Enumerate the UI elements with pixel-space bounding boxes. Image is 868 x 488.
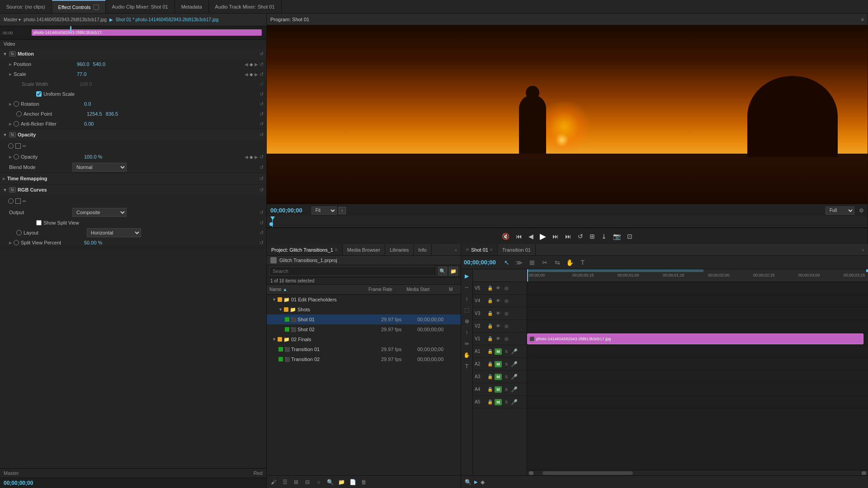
project-tab-menu[interactable]: ≡ xyxy=(335,247,338,252)
v5-lock[interactable]: 🔒 xyxy=(486,285,494,292)
layout-dropdown[interactable]: Horizontal Vertical xyxy=(87,228,141,237)
search-input[interactable] xyxy=(269,267,436,276)
v1-eye[interactable]: 👁 xyxy=(495,335,502,343)
project-tab-media[interactable]: Media Browser xyxy=(343,244,385,255)
effect-list[interactable]: ▼ fx Motion ↺ ▶ Position 960.0 540.0 ◀ ◆ xyxy=(0,48,266,468)
tab-effect-controls-menu[interactable] xyxy=(94,5,99,10)
anchor-y[interactable]: 836.5 xyxy=(106,111,118,117)
opacity-val[interactable]: 100.0 % xyxy=(84,154,102,160)
uniform-scale-checkbox[interactable] xyxy=(36,91,42,97)
anti-flicker-value[interactable]: 0.00 xyxy=(84,121,94,127)
scale-value[interactable]: 77.0 xyxy=(77,71,86,77)
v4-eye[interactable]: 👁 xyxy=(495,297,502,305)
tab-audio-clip-mixer[interactable]: Audio Clip Mixer: Shot 01 xyxy=(106,0,175,13)
scale-width-reset[interactable]: ↺ xyxy=(259,81,264,87)
col-name-header[interactable]: Name ▲ xyxy=(269,287,367,292)
a4-m-btn[interactable]: M xyxy=(495,386,502,393)
timeline-tab-transition01[interactable]: Transition 01 xyxy=(498,244,536,255)
opacity-add-key[interactable]: ◆ xyxy=(250,155,253,160)
v5-eye[interactable]: 👁 xyxy=(495,285,502,292)
monitor-menu-icon[interactable]: ≡ xyxy=(861,17,864,22)
show-split-reset[interactable]: ↺ xyxy=(259,220,264,226)
v4-lock[interactable]: 🔒 xyxy=(486,297,494,305)
position-reset[interactable]: ↺ xyxy=(259,61,264,67)
project-panel-menu[interactable]: » xyxy=(451,244,461,255)
rgb-curves-header[interactable]: ▼ fx RGB Curves ↺ xyxy=(0,184,266,195)
step-out-btn[interactable]: ⏭ xyxy=(563,232,573,241)
split-view-expand[interactable]: ▶ xyxy=(9,241,12,245)
v4-eye2[interactable]: ◎ xyxy=(503,297,510,305)
a4-lock[interactable]: 🔒 xyxy=(486,386,494,393)
new-bin-btn[interactable]: 📁 xyxy=(336,477,346,487)
opacity-next-key[interactable]: ▶ xyxy=(255,155,258,160)
tl-left-type-btn[interactable]: T xyxy=(462,361,472,371)
anti-flicker-reset[interactable]: ↺ xyxy=(259,121,264,127)
tl-select-tool[interactable]: ↖ xyxy=(501,257,512,268)
tl-zoom-out-btn[interactable]: 🔍 xyxy=(464,478,472,486)
list-view-btn[interactable]: ☰ xyxy=(280,477,290,487)
project-tab-libraries[interactable]: Libraries xyxy=(385,244,414,255)
opacity-header[interactable]: ▼ fx Opacity ↺ xyxy=(0,129,266,140)
time-remapping-reset[interactable]: ↺ xyxy=(259,176,264,182)
tl-left-hand-btn[interactable]: ✋ xyxy=(462,350,472,360)
full-select[interactable]: Full Half Quarter xyxy=(826,206,854,215)
rotation-expand[interactable]: ▶ xyxy=(9,102,12,106)
edit-placeholders-toggle[interactable]: ▼ xyxy=(272,297,276,302)
tl-left-extract-btn[interactable]: ✏ xyxy=(462,339,472,349)
settings-icon[interactable]: ⚙ xyxy=(859,207,864,214)
a2-s-btn[interactable]: S xyxy=(503,361,510,368)
project-tab-project[interactable]: Project: Glitch Transitions_1 ≡ xyxy=(267,244,343,255)
tl-left-link-btn[interactable]: ⬚ xyxy=(462,305,472,315)
item-transition-02[interactable]: ⬛ Transition 02 29.97 fps 00;00;00;00 xyxy=(267,354,461,364)
folder-shots[interactable]: ▼ 📁 Shots xyxy=(267,305,461,314)
a2-lock[interactable]: 🔒 xyxy=(486,361,494,368)
tab-effect-controls[interactable]: Effect Controls xyxy=(52,0,106,13)
a3-s-btn[interactable]: S xyxy=(503,373,510,380)
step-in-btn[interactable]: ⏮ xyxy=(514,232,524,241)
v2-eye2[interactable]: ◎ xyxy=(503,323,510,330)
item-transition-01[interactable]: ⬛ Transition 01 29.97 fps 00;00;00;00 xyxy=(267,344,461,354)
v2-eye[interactable]: 👁 xyxy=(495,323,502,330)
v3-eye[interactable]: 👁 xyxy=(495,310,502,317)
export-btn[interactable]: ⤓ xyxy=(599,232,609,241)
shots-toggle[interactable]: ▼ xyxy=(278,307,283,312)
safe-btn[interactable]: ⊞ xyxy=(588,232,597,241)
a3-lock[interactable]: 🔒 xyxy=(486,373,494,380)
output-dropdown[interactable]: Composite Luma Red Green Blue xyxy=(72,208,127,217)
a3-m-btn[interactable]: M xyxy=(495,374,502,380)
scale-reset[interactable]: ↺ xyxy=(259,71,264,77)
tl-left-expand-btn[interactable]: ↕ xyxy=(462,294,472,304)
v1-lock[interactable]: 🔒 xyxy=(486,335,494,343)
blend-mode-dropdown[interactable]: Normal Dissolve Darken Multiply Lighten … xyxy=(72,163,127,172)
project-tab-info[interactable]: Info xyxy=(414,244,431,255)
v3-lock[interactable]: 🔒 xyxy=(486,310,494,317)
paint-brush-btn[interactable]: 🖌 xyxy=(269,477,278,487)
icon-view-btn[interactable]: ⊞ xyxy=(291,477,301,487)
rotation-reset[interactable]: ↺ xyxy=(259,101,264,107)
hscroll-thumb[interactable] xyxy=(542,471,633,475)
fit-select[interactable]: Fit 25% 50% 75% 100% xyxy=(311,206,337,215)
tl-tab-shot01-menu[interactable]: ≡ xyxy=(490,247,493,252)
v1-clip[interactable]: ⬛ photo-1414604582943-2fd913b3cb17.jpg xyxy=(527,333,863,344)
position-expand[interactable]: ▶ xyxy=(9,62,12,66)
v3-eye2[interactable]: ◎ xyxy=(503,310,510,317)
split-view-reset[interactable]: ↺ xyxy=(259,240,264,246)
anchor-reset[interactable]: ↺ xyxy=(259,111,264,117)
scale-add-key[interactable]: ◆ xyxy=(250,72,253,77)
item-shot-02[interactable]: ⬛ Shot 02 29.97 fps 00;00;00;00 xyxy=(267,324,461,334)
position-add-key[interactable]: ◆ xyxy=(250,62,253,67)
position-y[interactable]: 540.0 xyxy=(93,61,106,67)
search-button[interactable]: 🔍 xyxy=(438,267,447,276)
add-bin-btn[interactable]: 📁 xyxy=(449,267,458,276)
motion-reset-btn[interactable]: ↺ xyxy=(259,51,264,57)
tab-audio-track-mixer[interactable]: Audio Track Mixer: Shot 01 xyxy=(209,0,282,13)
timeline-tab-shot01[interactable]: ✕ Shot 01 ≡ xyxy=(461,244,498,255)
play-forward-btn[interactable]: ⏭ xyxy=(551,232,561,241)
tab-metadata[interactable]: Metadata xyxy=(175,0,209,13)
a5-s-btn[interactable]: S xyxy=(503,399,510,406)
tl-left-play-btn[interactable]: ▶ xyxy=(462,271,472,281)
a5-m-btn[interactable]: M xyxy=(495,399,502,405)
finals-toggle[interactable]: ▼ xyxy=(272,337,276,342)
uniform-scale-reset[interactable]: ↺ xyxy=(259,91,264,97)
tl-slip-tool[interactable]: ⇆ xyxy=(552,257,563,268)
